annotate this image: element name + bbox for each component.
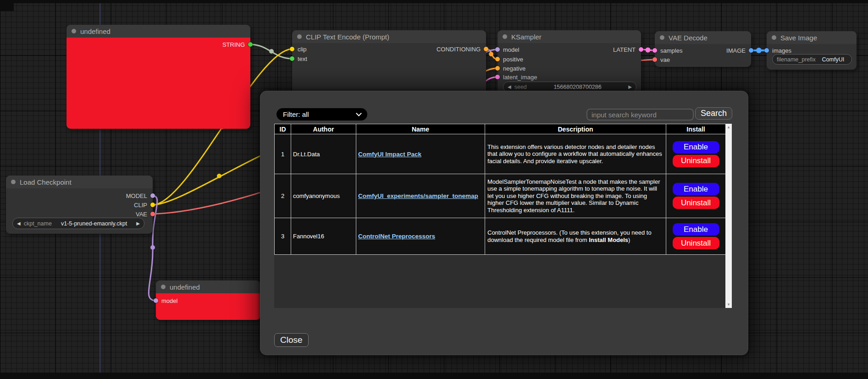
slot-label: MODEL xyxy=(126,192,147,199)
output-dot-icon[interactable] xyxy=(150,203,155,207)
widget-name: ckpt_name xyxy=(24,220,52,227)
window-edge-top xyxy=(0,0,868,3)
slot-label: STRING xyxy=(222,41,245,48)
input-slot-positive[interactable]: positive xyxy=(495,55,523,64)
extension-table-container: IDAuthorNameDescriptionInstall 1Dr.Lt.Da… xyxy=(274,124,732,308)
ckpt-name-widget[interactable]: ◀ ckpt_name v1-5-pruned-emaonly.ckpt ▶ xyxy=(12,218,144,229)
node-status-dot-icon xyxy=(660,35,664,40)
extension-manager-dialog: Filter: all Search IDAuthorNameDescripti… xyxy=(260,91,748,355)
slot-label: LATENT xyxy=(613,46,636,53)
column-header-id: ID xyxy=(275,124,291,134)
extension-link[interactable]: ControlNet Preprocessors xyxy=(358,233,435,240)
previous-arrow-icon[interactable]: ◀ xyxy=(17,221,21,226)
input-slot-text[interactable]: text xyxy=(290,54,307,63)
close-button[interactable]: Close xyxy=(274,333,309,347)
uninstall-button[interactable]: Uninstall xyxy=(673,155,719,167)
input-dot-icon[interactable] xyxy=(652,48,657,53)
table-scrollbar[interactable]: ▲ ▼ xyxy=(725,124,732,308)
description-text: Install Models xyxy=(589,236,628,243)
slot-label: vae xyxy=(660,56,670,63)
output-slot-conditioning[interactable]: CONDITIONING xyxy=(437,44,488,54)
node-body: STRING xyxy=(66,38,250,129)
extension-link[interactable]: ComfyUI_experiments/sampler_tonemap xyxy=(358,192,478,199)
input-slot-latent-image[interactable]: latent_image xyxy=(495,72,537,82)
filter-select[interactable]: Filter: all xyxy=(276,108,367,121)
node-title-bar[interactable]: undefined xyxy=(66,25,250,38)
wire-midpoint-dot xyxy=(217,174,221,178)
cell-install: EnableUninstall xyxy=(666,174,726,218)
input-dot-icon[interactable] xyxy=(495,75,500,79)
node-title-bar[interactable]: CLIP Text Encode (Prompt) xyxy=(292,30,486,43)
window-corner xyxy=(0,0,14,11)
output-slot-image[interactable]: IMAGE xyxy=(726,46,753,55)
widget-name: filename_prefix xyxy=(777,56,816,63)
cell-id: 2 xyxy=(275,174,291,218)
search-input[interactable] xyxy=(586,109,694,121)
scroll-up-icon[interactable]: ▲ xyxy=(725,125,732,129)
node-status-dot-icon xyxy=(503,34,507,39)
next-arrow-icon[interactable]: ▶ xyxy=(136,221,140,226)
node-vae-decode[interactable]: VAE Decode samples vae IMAGE xyxy=(655,31,751,67)
input-dot-icon[interactable] xyxy=(290,47,294,51)
uninstall-button[interactable]: Uninstall xyxy=(673,237,719,249)
search-button[interactable]: Search xyxy=(695,107,732,120)
input-slot-vae[interactable]: vae xyxy=(652,55,670,64)
node-title-bar[interactable]: KSampler xyxy=(498,30,641,43)
slot-label: latent_image xyxy=(503,74,537,81)
slot-label: CONDITIONING xyxy=(437,46,481,53)
enable-button[interactable]: Enable xyxy=(673,223,719,236)
node-load-checkpoint[interactable]: Load Checkpoint MODEL CLIP VAE ◀ ckpt_na… xyxy=(6,176,153,234)
slot-label: clip xyxy=(298,46,307,53)
input-dot-icon[interactable] xyxy=(652,57,657,62)
input-slot-clip[interactable]: clip xyxy=(290,44,307,54)
enable-button[interactable]: Enable xyxy=(673,141,719,154)
chevron-down-icon xyxy=(356,110,362,116)
output-slot-clip[interactable]: CLIP xyxy=(134,200,155,209)
output-dot-icon[interactable] xyxy=(248,42,253,47)
uninstall-button[interactable]: Uninstall xyxy=(673,197,719,209)
input-dot-icon[interactable] xyxy=(154,298,158,303)
input-slot-negative[interactable]: negative xyxy=(495,64,525,73)
description-text: This extension offers various detector n… xyxy=(487,143,662,165)
slot-label: CLIP xyxy=(134,202,147,209)
input-dot-icon[interactable] xyxy=(495,66,500,71)
input-dot-icon[interactable] xyxy=(290,56,294,61)
node-undefined-model[interactable]: undefined model xyxy=(156,280,260,320)
node-undefined-string[interactable]: undefined STRING xyxy=(66,25,250,129)
input-dot-icon[interactable] xyxy=(764,48,769,53)
slot-label: samples xyxy=(660,47,682,54)
output-slot-string[interactable]: STRING xyxy=(222,40,253,49)
node-title-bar[interactable]: Save Image xyxy=(767,31,857,44)
node-status-dot-icon xyxy=(11,180,16,184)
column-header-install: Install xyxy=(666,124,726,134)
output-slot-model[interactable]: MODEL xyxy=(126,191,155,200)
input-slot-images[interactable]: images xyxy=(764,46,791,55)
extension-table: IDAuthorNameDescriptionInstall 1Dr.Lt.Da… xyxy=(274,124,726,255)
node-title-bar[interactable]: undefined xyxy=(156,280,260,293)
input-slot-model[interactable]: model xyxy=(154,296,177,305)
scroll-down-icon[interactable]: ▼ xyxy=(725,302,732,307)
slot-label: VAE xyxy=(136,211,147,218)
extension-link[interactable]: ComfyUI Impact Pack xyxy=(358,151,421,158)
increment-arrow-icon[interactable]: ▶ xyxy=(628,84,632,89)
wire-midpoint-dot xyxy=(756,48,762,53)
node-save-image[interactable]: Save Image images filename_prefix ComfyU… xyxy=(767,31,857,70)
output-dot-icon[interactable] xyxy=(639,47,643,52)
output-slot-vae[interactable]: VAE xyxy=(136,209,155,219)
input-dot-icon[interactable] xyxy=(495,57,500,61)
output-slot-latent[interactable]: LATENT xyxy=(613,45,643,54)
table-header-row: IDAuthorNameDescriptionInstall xyxy=(275,124,726,134)
output-dot-icon[interactable] xyxy=(150,212,155,216)
node-title-bar[interactable]: VAE Decode xyxy=(655,31,751,44)
input-dot-icon[interactable] xyxy=(495,47,500,52)
enable-button[interactable]: Enable xyxy=(673,183,719,195)
input-slot-samples[interactable]: samples xyxy=(652,46,682,55)
input-slot-model[interactable]: model xyxy=(495,45,519,54)
widget-name: seed xyxy=(514,84,527,90)
output-dot-icon[interactable] xyxy=(150,193,155,198)
decrement-arrow-icon[interactable]: ◀ xyxy=(508,84,511,89)
output-dot-icon[interactable] xyxy=(484,47,488,51)
node-title-bar[interactable]: Load Checkpoint xyxy=(6,176,153,188)
filename-prefix-widget[interactable]: filename_prefix ComfyUI xyxy=(772,54,852,65)
output-dot-icon[interactable] xyxy=(749,48,753,53)
